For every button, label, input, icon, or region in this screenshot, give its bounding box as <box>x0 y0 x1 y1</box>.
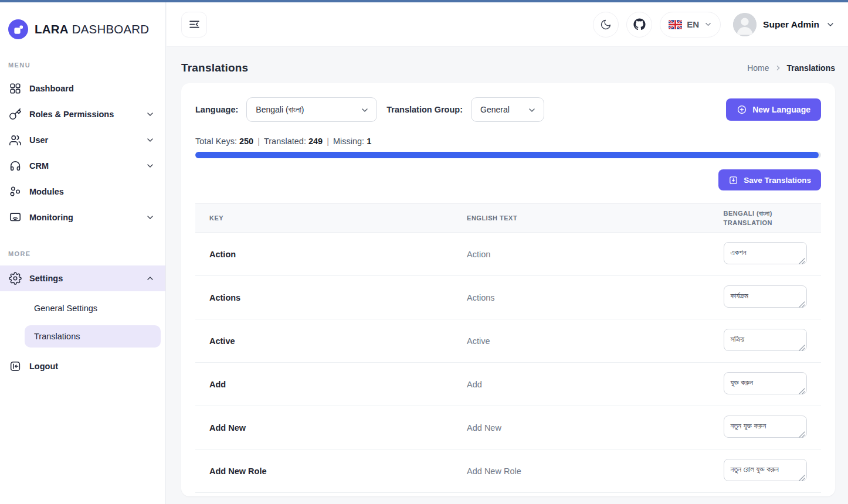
moon-icon <box>600 19 612 30</box>
translation-input[interactable] <box>724 329 807 351</box>
page-head: Translations Home Translations <box>181 62 835 74</box>
key-icon <box>9 108 22 121</box>
resize-handle-icon[interactable] <box>799 388 805 394</box>
chevron-down-icon <box>360 105 369 115</box>
sidebar-nav: Dashboard Roles & Permissions User <box>0 76 165 230</box>
progress-fill <box>195 152 819 158</box>
theme-toggle-button[interactable] <box>593 12 619 38</box>
page-title: Translations <box>181 62 248 74</box>
translation-field <box>724 329 807 353</box>
sidebar-item-label: Dashboard <box>29 84 155 93</box>
headset-icon <box>9 159 22 172</box>
row-key: Add New <box>195 423 467 433</box>
sidebar-item-dashboard[interactable]: Dashboard <box>0 76 165 101</box>
top-accent-strip <box>0 0 848 2</box>
row-key: Active <box>195 336 467 346</box>
language-selector[interactable]: EN <box>660 12 721 38</box>
translation-field <box>724 242 807 267</box>
chevron-down-icon <box>145 135 155 145</box>
chevron-down-icon <box>826 20 835 29</box>
chevron-down-icon <box>145 161 155 171</box>
sidebar-item-settings[interactable]: Settings <box>0 265 165 291</box>
sidebar-item-monitoring[interactable]: Monitoring <box>0 205 165 230</box>
breadcrumb-current: Translations <box>787 63 835 73</box>
row-english: Active <box>467 336 723 346</box>
language-select-value: Bengali (বাংলা) <box>256 105 304 115</box>
row-key: Add <box>195 380 467 389</box>
translated-label: Translated: <box>264 137 306 146</box>
row-english: Add New <box>467 423 723 433</box>
table-row: Active Active <box>195 319 821 363</box>
translation-input[interactable] <box>724 459 807 481</box>
save-icon <box>728 175 738 185</box>
sidebar-item-general-settings[interactable]: General Settings <box>0 297 165 320</box>
resize-handle-icon[interactable] <box>799 258 805 264</box>
language-select[interactable]: Bengali (বাংলা) <box>246 97 377 122</box>
group-select-label: Translation Group: <box>386 105 463 114</box>
translation-stats: Total Keys: 250|Translated: 249|Missing:… <box>195 137 821 146</box>
chevron-down-icon <box>145 213 155 222</box>
sidebar: LARA DASHBOARD MENU Dashboard Roles & Pe… <box>0 2 166 504</box>
resize-handle-icon[interactable] <box>799 431 805 438</box>
translation-input[interactable] <box>724 242 807 264</box>
chevron-up-icon <box>145 274 155 283</box>
translations-table-body: Action Action Actions Actions Active Act… <box>195 233 821 493</box>
translation-group-select[interactable]: General <box>471 97 544 122</box>
translations-card: Language: Bengali (বাংলা) Translation Gr… <box>181 83 835 496</box>
user-name: Super Admin <box>763 19 819 30</box>
translation-progress-bar <box>195 152 821 158</box>
sidebar-item-crm[interactable]: CRM <box>0 153 165 179</box>
total-keys-label: Total Keys: <box>195 137 237 146</box>
sidebar-item-label: Logout <box>29 362 155 371</box>
avatar <box>733 13 757 36</box>
sidebar-item-modules[interactable]: Modules <box>0 179 165 205</box>
main-content: Translations Home Translations Language:… <box>167 47 848 504</box>
save-translations-button[interactable]: Save Translations <box>718 169 821 190</box>
sidebar-toggle-button[interactable] <box>181 12 207 38</box>
sidebar-item-logout[interactable]: Logout <box>0 353 165 379</box>
translations-table: KEY ENGLISH TEXT BENGALI (বাংলা) TRANSLA… <box>195 203 821 493</box>
table-header: KEY ENGLISH TEXT BENGALI (বাংলা) TRANSLA… <box>195 203 821 233</box>
chevron-down-icon <box>704 20 713 29</box>
logo-text-light: DASHBOARD <box>72 22 150 36</box>
sidebar-item-label: CRM <box>29 161 138 171</box>
translation-field <box>724 416 807 440</box>
resize-handle-icon[interactable] <box>799 475 805 481</box>
chevron-down-icon <box>527 105 537 115</box>
translation-field <box>724 285 807 310</box>
save-row: Save Translations <box>195 169 821 190</box>
sidebar-item-translations[interactable]: Translations <box>25 325 161 348</box>
github-button[interactable] <box>626 12 652 38</box>
sidebar-item-user[interactable]: User <box>0 127 165 153</box>
user-menu[interactable]: Super Admin <box>733 13 835 36</box>
breadcrumb-home-link[interactable]: Home <box>747 63 769 73</box>
row-key: Actions <box>195 293 467 302</box>
collapse-menu-icon <box>188 18 201 30</box>
gear-icon <box>9 272 22 285</box>
sidebar-item-label: Monitoring <box>29 213 138 222</box>
table-row: Add Add <box>195 363 821 406</box>
translation-input[interactable] <box>724 372 807 394</box>
resize-handle-icon[interactable] <box>799 301 805 308</box>
column-header-english: ENGLISH TEXT <box>467 213 723 223</box>
translation-input[interactable] <box>724 285 807 308</box>
table-row: Action Action <box>195 233 821 276</box>
row-english: Add <box>467 380 723 389</box>
logo-text: LARA DASHBOARD <box>35 22 149 36</box>
row-key: Add New Role <box>195 466 467 476</box>
sidebar-item-label: Roles & Permissions <box>29 110 138 119</box>
translated-value: 249 <box>308 137 323 146</box>
translation-input[interactable] <box>724 416 807 438</box>
column-header-key: KEY <box>195 213 467 223</box>
row-english: Action <box>467 250 723 259</box>
missing-label: Missing: <box>333 137 364 146</box>
column-header-translation: BENGALI (বাংলা) TRANSLATION <box>724 209 821 227</box>
app-logo[interactable]: LARA DASHBOARD <box>0 2 165 39</box>
resize-handle-icon[interactable] <box>799 345 805 351</box>
plus-circle-icon <box>737 104 747 115</box>
new-language-button-label: New Language <box>752 105 810 114</box>
sidebar-item-roles-permissions[interactable]: Roles & Permissions <box>0 101 165 127</box>
new-language-button[interactable]: New Language <box>726 98 821 121</box>
settings-group: Settings General Settings Translations <box>0 265 165 348</box>
language-code: EN <box>687 19 699 29</box>
